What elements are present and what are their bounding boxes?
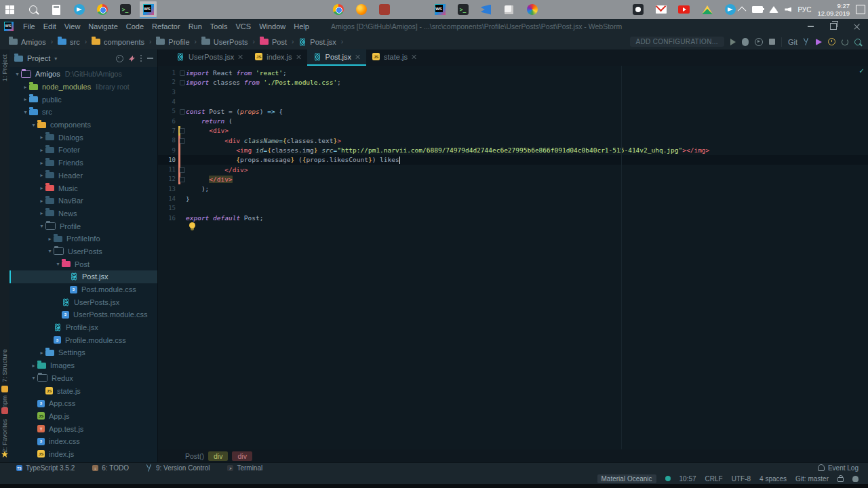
tree-item-music[interactable]: ▸Music	[9, 182, 157, 195]
tree-item-app-test-js[interactable]: TApp.test.js	[9, 422, 157, 435]
taskbar-telegram-button[interactable]	[71, 1, 87, 18]
code-area[interactable]: 1import React from 'react';2import class…	[158, 68, 868, 223]
intention-bulb-icon[interactable]	[189, 222, 195, 228]
readonly-lock-icon[interactable]	[837, 477, 844, 482]
tree-item-app-js[interactable]: JSApp.js	[9, 410, 157, 423]
tree-item-profile-jsx[interactable]: Profile.jsx	[9, 321, 157, 334]
tree-item-index-css[interactable]: 3index.css	[9, 435, 157, 448]
code-editor[interactable]: 1import React from 'react';2import class…	[157, 66, 868, 449]
code-line-15[interactable]: 15	[158, 203, 868, 213]
fold-marker[interactable]	[180, 167, 185, 173]
toolwindow-button-typescript-3-5-2[interactable]: TSTypeScript 3.5.2	[16, 464, 75, 472]
code-line-8[interactable]: 8 <div className={classes.text}>	[158, 136, 868, 145]
battery-icon[interactable]	[752, 6, 763, 13]
tree-item-news[interactable]: ▸News	[9, 207, 157, 220]
push-icon[interactable]	[816, 39, 822, 45]
inspection-ok-icon[interactable]: ✓	[859, 67, 865, 75]
code-line-2[interactable]: 2import classes from './Post.module.css'…	[158, 77, 868, 87]
code-line-5[interactable]: 5const Post = (props) => {	[158, 106, 868, 116]
theme-widget[interactable]: Material Oceanic	[597, 474, 656, 483]
code-line-14[interactable]: 14}	[158, 194, 868, 203]
code-line-16[interactable]: 16export default Post;	[158, 213, 868, 222]
stripe-structure-button[interactable]: 7: Structure	[1, 349, 8, 382]
add-configuration-button[interactable]: ADD CONFIGURATION...	[630, 37, 724, 47]
debug-button-icon[interactable]	[742, 38, 749, 46]
taskbar-box-button[interactable]	[500, 1, 517, 18]
breadcrumb-function[interactable]: Post()	[185, 452, 204, 460]
tab-post-jsx[interactable]: Post.jsx	[307, 49, 367, 66]
branch-icon[interactable]	[804, 38, 810, 45]
code-line-1[interactable]: 1import React from 'react';	[158, 68, 868, 77]
code-line-6[interactable]: 6 return (	[158, 116, 868, 125]
code-line-4[interactable]: 4	[158, 97, 868, 106]
history-icon[interactable]	[828, 38, 835, 45]
tab-index-js[interactable]: JSindex.js	[249, 49, 307, 66]
tree-item-navbar[interactable]: ▸NavBar	[9, 195, 157, 207]
tree-item-post-jsx[interactable]: Post.jsx	[9, 270, 157, 283]
indent-widget[interactable]: 4 spaces	[760, 475, 787, 483]
fold-marker[interactable]	[180, 177, 185, 182]
tree-item-node-modules[interactable]: ▸node_moduleslibrary root	[9, 81, 157, 94]
tree-item-components[interactable]: ▾components	[9, 119, 157, 131]
clock[interactable]: 9:27 12.09.2019	[817, 2, 850, 17]
taskbar-p-app-button[interactable]	[376, 1, 393, 18]
code-line-12[interactable]: 12 </div>	[158, 174, 868, 184]
fold-marker[interactable]	[180, 109, 185, 115]
taskbar-rainbow-button[interactable]	[524, 1, 540, 18]
code-line-7[interactable]: 7 <div>	[158, 126, 868, 136]
fold-marker[interactable]	[180, 80, 185, 85]
tree-item-friends[interactable]: ▸Friends	[9, 157, 157, 169]
tab-state-js[interactable]: JSstate.js	[366, 49, 422, 66]
menu-view[interactable]: View	[60, 21, 85, 32]
volume-icon[interactable]	[785, 7, 791, 12]
taskbar-firefox-button[interactable]	[353, 1, 370, 18]
taskbar-start-button[interactable]	[1, 1, 18, 18]
tree-item-footer[interactable]: ▸Footer	[9, 144, 157, 157]
git-branch-widget[interactable]: Git: master	[795, 475, 829, 483]
taskbar-search-button[interactable]	[24, 1, 41, 18]
options-kebab-icon[interactable]	[140, 58, 142, 60]
toolwindow-button-9-version-control[interactable]: 9: Version Control	[146, 464, 210, 472]
menu-refactor[interactable]: Refactor	[148, 21, 184, 32]
tree-item-state-js[interactable]: JSstate.js	[9, 384, 157, 397]
code-line-10[interactable]: 10 {props.message} ({props.likesCount}) …	[158, 155, 868, 165]
tree-item-redux[interactable]: ▾Redux	[9, 372, 157, 385]
tree-item-profile-module-css[interactable]: 3Profile.module.css	[9, 333, 157, 346]
taskbar-drive-button[interactable]	[698, 1, 715, 18]
taskbar-terminal-button[interactable]: >_	[117, 1, 134, 18]
npm-icon[interactable]	[1, 407, 8, 414]
taskbar-terminal-button[interactable]: >_	[454, 1, 471, 18]
collapse-all-icon[interactable]	[129, 56, 135, 62]
tree-item-index-js[interactable]: JSindex.js	[9, 448, 157, 461]
taskbar-chrome-button[interactable]	[94, 1, 111, 18]
breadcrumb-item-post[interactable]: Post	[258, 37, 289, 47]
breadcrumb-item-src[interactable]: src	[56, 37, 82, 47]
menu-navigate[interactable]: Navigate	[84, 21, 121, 32]
taskbar-github-button[interactable]	[629, 1, 646, 18]
taskbar-chrome-button[interactable]	[330, 1, 347, 18]
tree-item-app-css[interactable]: 3App.css	[9, 397, 157, 410]
tree-item-public[interactable]: ▸public	[9, 93, 157, 106]
tree-item-images[interactable]: ▸Images	[9, 359, 157, 372]
tree-item-profile[interactable]: ▾Profile	[9, 220, 157, 232]
stripe-project-button[interactable]: 1: Project	[1, 54, 8, 81]
close-tab-icon[interactable]	[296, 54, 301, 59]
toolwindow-button-terminal[interactable]: >Terminal	[227, 464, 262, 472]
tab-userposts-jsx[interactable]: UserPosts.jsx	[170, 49, 249, 66]
stop-button-icon[interactable]	[769, 39, 775, 45]
tree-item-userposts-module-css[interactable]: 3UserPosts.module.css	[9, 308, 157, 321]
breadcrumb-div-outer[interactable]: div	[208, 451, 228, 461]
minimize-button[interactable]	[799, 19, 822, 34]
tray-chevron-up-icon[interactable]	[738, 6, 747, 15]
chevron-down-icon[interactable]: ▾	[54, 56, 57, 62]
event-log-button[interactable]: Event Log	[818, 462, 859, 473]
fold-marker[interactable]	[180, 70, 185, 76]
run-button-icon[interactable]	[730, 39, 736, 45]
profile-button-icon[interactable]	[755, 38, 763, 46]
menu-code[interactable]: Code	[122, 21, 148, 32]
taskbar-vscode-button[interactable]	[477, 1, 494, 18]
encoding-widget[interactable]: UTF-8	[732, 475, 751, 483]
locate-file-icon[interactable]	[116, 55, 123, 62]
tree-item-header[interactable]: ▸Header	[9, 169, 157, 182]
breadcrumb-item-post-jsx[interactable]: Post.jsx	[296, 37, 338, 47]
